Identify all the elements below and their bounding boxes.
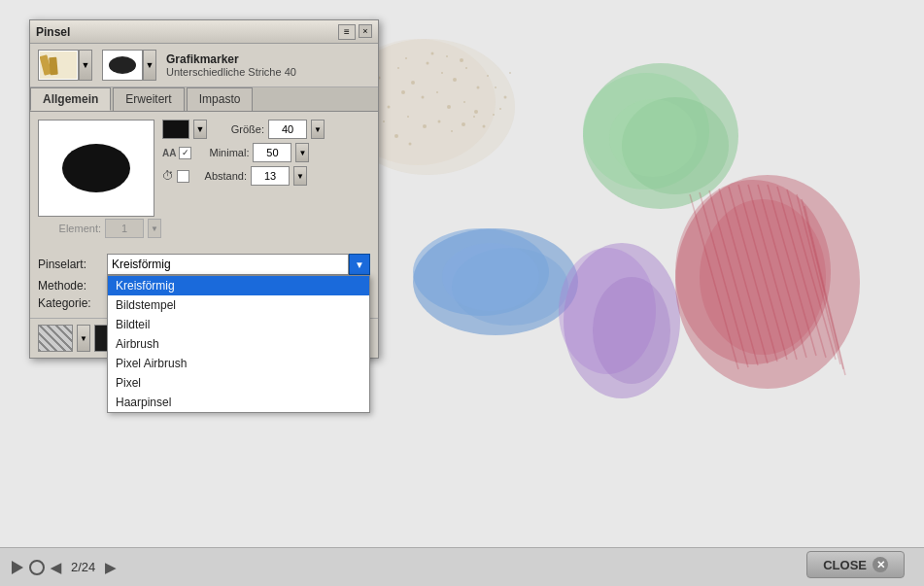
svg-point-35 (509, 72, 511, 74)
svg-line-60 (758, 185, 806, 358)
next-frame[interactable]: ▶ (105, 560, 116, 575)
minimal-arrow[interactable]: ▼ (295, 143, 309, 162)
minimal-label: Minimal: (195, 147, 249, 158)
svg-point-42 (622, 97, 729, 194)
brush-thumb2-arrow[interactable]: ▼ (143, 50, 156, 81)
abstand-checkbox[interactable] (177, 170, 189, 183)
svg-point-12 (422, 96, 425, 99)
svg-point-11 (401, 90, 405, 94)
dropdown-item-airbrush[interactable]: Airbrush (108, 334, 369, 354)
size-arrow[interactable]: ▼ (311, 120, 325, 139)
panel-tabs: Allgemein Erweitert Impasto (30, 87, 378, 112)
svg-point-47 (442, 243, 539, 311)
element-row: Element: 1 ▼ (38, 219, 370, 238)
panel-close-btn[interactable]: × (359, 24, 372, 38)
minimal-value[interactable]: 50 (253, 143, 291, 162)
brush-thumb2[interactable] (102, 50, 143, 81)
aa-checkbox[interactable] (179, 147, 191, 159)
svg-line-59 (748, 185, 797, 360)
dropdown-item-pixel[interactable]: Pixel (108, 373, 369, 393)
svg-rect-70 (49, 57, 58, 76)
props-controls: ▼ Größe: 40 ▼ AA Minimal: 50 ▼ (162, 120, 370, 217)
brush-desc: Unterschiedliche Striche 40 (166, 66, 296, 78)
bottom-controls: ◀ 2/24 ▶ (12, 560, 116, 575)
svg-point-27 (394, 134, 398, 138)
abstand-value[interactable]: 13 (251, 166, 290, 186)
svg-line-64 (797, 194, 840, 364)
pinselart-dropdown-btn[interactable]: ▼ (349, 254, 370, 275)
color-swatch[interactable] (162, 120, 189, 139)
svg-point-33 (504, 96, 507, 99)
svg-point-38 (446, 55, 448, 57)
svg-point-14 (447, 105, 451, 109)
svg-line-56 (719, 189, 768, 363)
pinselart-dropdown-list: Kreisförmig Bildstempel Bildteil Airbrus… (107, 275, 370, 413)
svg-point-5 (427, 62, 429, 65)
svg-line-62 (777, 187, 826, 358)
texture-arrow[interactable]: ▼ (77, 325, 90, 352)
pinselart-row: Pinselart: Kreisförmig ▼ Kreisförmig Bil… (38, 254, 370, 275)
element-value: 1 (105, 219, 144, 238)
svg-point-44 (413, 228, 578, 335)
pinselart-section: Pinselart: Kreisförmig ▼ Kreisförmig Bil… (30, 246, 378, 318)
brush-name: Grafikmarker (166, 52, 296, 66)
dropdown-item-haarpinsel[interactable]: Haarpinsel (108, 393, 369, 412)
pinselart-select[interactable]: Kreisförmig (107, 254, 349, 275)
svg-line-61 (768, 185, 816, 356)
dropdown-item-kreisformig[interactable]: Kreisförmig (108, 276, 369, 295)
svg-point-28 (409, 143, 412, 146)
svg-point-13 (436, 91, 438, 93)
svg-point-9 (477, 86, 480, 89)
svg-point-32 (495, 86, 496, 88)
svg-point-15 (463, 101, 465, 103)
brush-info: Grafikmarker Unterschiedliche Striche 40 (166, 52, 296, 78)
prev-frame[interactable]: ◀ (51, 560, 61, 575)
abstand-arrow[interactable]: ▼ (293, 166, 307, 186)
size-label: Größe: (211, 123, 264, 135)
svg-point-41 (583, 73, 709, 190)
close-button[interactable]: CLOSE ✕ (806, 551, 905, 578)
brush-thumb1-arrow[interactable]: ▼ (79, 50, 92, 81)
circle-button[interactable] (29, 560, 45, 575)
svg-point-24 (483, 125, 486, 128)
panel-icon-btn[interactable]: ≡ (338, 24, 356, 40)
svg-point-25 (493, 114, 495, 116)
play-button[interactable] (12, 561, 23, 574)
brush-thumb1[interactable] (38, 50, 79, 81)
svg-point-7 (453, 78, 457, 82)
svg-line-63 (787, 190, 836, 360)
svg-point-10 (487, 75, 489, 77)
frame-count: 2/24 (71, 560, 95, 574)
kategorie-label: Kategorie: (38, 296, 101, 310)
panel-content: ▼ Größe: 40 ▼ AA Minimal: 50 ▼ (30, 112, 378, 246)
aa-group: AA (162, 147, 191, 159)
dropdown-item-pixel-airbrush[interactable]: Pixel Airbrush (108, 354, 369, 373)
svg-point-34 (499, 108, 501, 110)
svg-point-50 (593, 277, 670, 384)
clock-icon: ⏱ (162, 169, 174, 183)
texture-thumb[interactable] (38, 325, 73, 352)
dropdown-item-bildteil[interactable]: Bildteil (108, 315, 369, 334)
tab-impasto[interactable]: Impasto (187, 87, 254, 111)
brush-panel: Pinsel ≡ × ▼ ▼ (29, 19, 379, 359)
color-size-row: ▼ Größe: 40 ▼ (162, 120, 370, 139)
svg-point-49 (559, 248, 656, 374)
color-arrow[interactable]: ▼ (193, 120, 207, 139)
svg-point-23 (473, 116, 475, 118)
size-value[interactable]: 40 (268, 120, 307, 139)
tab-erweitert[interactable]: Erweitert (113, 87, 184, 111)
svg-line-57 (729, 187, 777, 362)
svg-line-53 (690, 194, 738, 369)
svg-point-43 (609, 99, 697, 177)
svg-line-55 (709, 190, 758, 365)
element-arrow: ▼ (148, 219, 161, 238)
svg-line-66 (804, 206, 845, 375)
element-label: Element: (48, 223, 101, 234)
dropdown-item-bildstempel[interactable]: Bildstempel (108, 295, 369, 315)
close-label: CLOSE (823, 558, 867, 572)
svg-line-65 (802, 199, 843, 369)
tab-allgemein[interactable]: Allgemein (30, 87, 111, 111)
svg-point-26 (383, 121, 385, 122)
svg-point-17 (388, 106, 391, 109)
methode-label: Methode: (38, 279, 101, 293)
